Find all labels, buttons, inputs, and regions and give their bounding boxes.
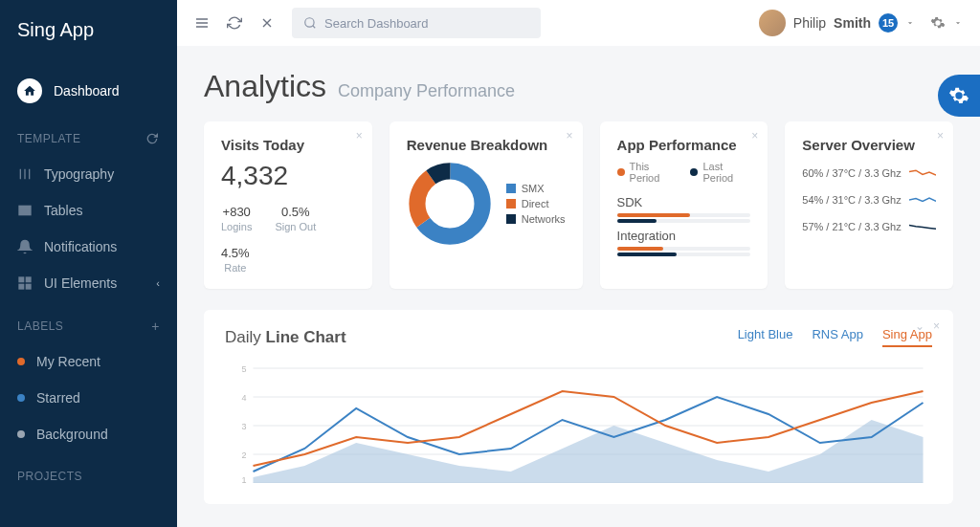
section-template: TEMPLATE [0,114,177,156]
svg-point-5 [305,18,314,27]
gear-icon[interactable] [930,15,946,31]
close-icon[interactable]: × [937,129,944,143]
label-item[interactable]: My Recent [0,343,177,380]
home-icon [17,78,42,103]
section-projects: PROJECTS [0,452,177,493]
close-icon[interactable]: × [751,129,758,143]
tab-sing-app[interactable]: Sing App [882,327,932,347]
chevron-down-icon [953,18,963,28]
svg-rect-0 [19,206,31,214]
progress-bar [617,247,751,251]
card-line-chart: ⌄ × Daily Line Chart Light BlueRNS AppSi… [204,310,953,504]
refresh-icon[interactable] [145,131,160,146]
user-menu[interactable]: Philip Smith 15 [759,10,963,36]
progress-bar [617,219,751,223]
sparkline [909,220,936,233]
nav-typography[interactable]: Typography [0,156,177,192]
progress-bar [617,253,751,256]
close-icon[interactable]: × [356,129,363,143]
section-labels: LABELS+ [0,301,177,343]
avatar [759,10,786,36]
settings-fab[interactable] [938,75,980,117]
brand: Sing App [0,19,177,68]
tab-light-blue[interactable]: Light Blue [738,327,793,347]
main: Search Dashboard Philip Smith 15 Analyti… [177,0,980,527]
notif-badge: 15 [879,13,898,33]
donut-chart [407,161,493,247]
chevron-down-icon [905,18,915,28]
card-revenue: × Revenue Breakdown SMXDirectNetworks [390,121,583,289]
plus-icon[interactable]: + [151,318,160,334]
nav-notifications[interactable]: Notifications [0,229,177,265]
svg-text:2: 2 [242,450,247,460]
menu-icon[interactable] [194,15,210,31]
search-icon [303,16,317,30]
svg-text:3: 3 [242,422,247,431]
sidebar: Sing App Dashboard TEMPLATE TypographyTa… [0,0,177,527]
line-chart: 54321 [225,359,932,483]
svg-text:5: 5 [242,364,247,374]
gears-icon [948,85,969,106]
card-performance: × App Performance This PeriodLast Period… [600,121,768,289]
sparkline [909,166,936,180]
svg-rect-4 [26,284,31,289]
server-row: 60% / 37°C / 3.3 Ghz [802,166,936,180]
svg-text:1: 1 [242,475,247,483]
svg-rect-1 [19,277,24,282]
svg-text:4: 4 [242,393,247,403]
label-item[interactable]: Starred [0,380,177,416]
label-item[interactable]: Background [0,416,177,452]
card-visits: × Visits Today 4,332 +830Logins 0.5%Sign… [204,121,372,289]
card-server: × Server Overview 60% / 37°C / 3.3 Ghz54… [785,121,953,289]
nav-dashboard[interactable]: Dashboard [0,68,177,114]
close-icon[interactable]: × [567,129,573,143]
refresh-icon[interactable] [227,15,242,31]
legend-item: SMX [506,183,566,194]
svg-rect-3 [19,284,24,289]
legend-item: This Period [617,161,678,184]
server-row: 57% / 21°C / 3.3 Ghz [802,220,936,233]
legend-item: Direct [506,198,566,209]
content: AnalyticsCompany Performance × Visits To… [177,46,980,527]
topbar: Search Dashboard Philip Smith 15 [177,0,980,46]
legend-item: Last Period [690,161,750,184]
nav-ui-elements[interactable]: UI Elements‹ [0,265,177,301]
tab-rns-app[interactable]: RNS App [812,327,862,347]
server-row: 54% / 31°C / 3.3 Ghz [802,193,936,207]
close-icon[interactable]: × [933,319,940,333]
search-input[interactable]: Search Dashboard [292,8,541,38]
arrow-up-icon [342,169,355,183]
svg-rect-2 [26,277,31,282]
page-title: AnalyticsCompany Performance [204,69,953,104]
sparkline [909,193,936,207]
progress-bar [617,213,751,217]
legend-item: Networks [506,213,566,225]
close-icon[interactable] [259,15,275,31]
chevron-down-icon[interactable]: ⌄ [915,319,924,333]
nav-tables[interactable]: Tables [0,192,177,229]
